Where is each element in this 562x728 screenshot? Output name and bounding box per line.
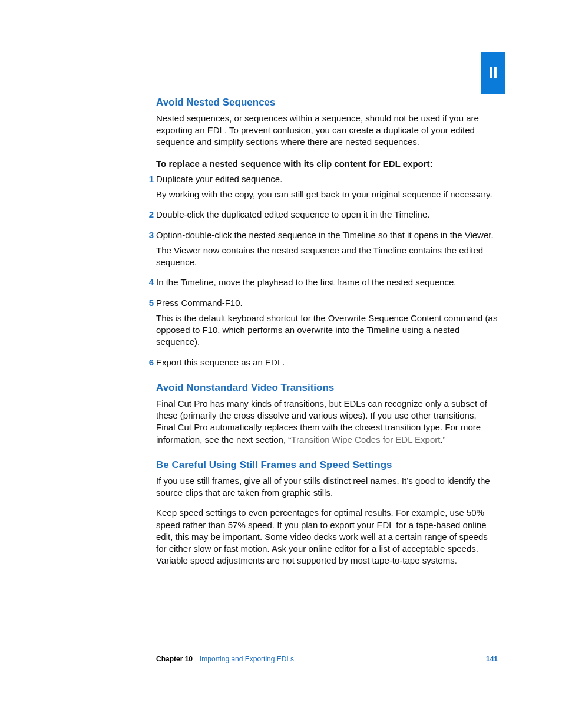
step-sub: By working with the copy, you can still … [156, 189, 498, 200]
step-number: 1 [144, 173, 154, 185]
step-body: In the Timeline, move the playhead to th… [156, 276, 498, 288]
step-2: 2 Double-click the duplicated edited seq… [156, 209, 498, 220]
step-5: 5 Press Command-F10. This is the default… [156, 297, 498, 348]
section1-intro: Nested sequences, or sequences within a … [156, 113, 498, 149]
page-footer: Chapter 10 Importing and Exporting EDLs … [156, 655, 498, 663]
step-3: 3 Option-double-click the nested sequenc… [156, 229, 498, 269]
heading-still-frames-speed: Be Careful Using Still Frames and Speed … [156, 459, 498, 472]
section3-p1: If you use still frames, give all of you… [156, 475, 498, 499]
task-intro: To replace a nested sequence with its cl… [156, 158, 498, 170]
section-avoid-nonstandard: Avoid Nonstandard Video Transitions Fina… [156, 381, 498, 446]
section-still-frames-speed: Be Careful Using Still Frames and Speed … [156, 459, 498, 567]
step-body: Export this sequence as an EDL. [156, 357, 498, 368]
part-tab: II [481, 52, 505, 94]
step-number: 2 [144, 209, 154, 220]
chapter-label: Chapter 10 [156, 655, 193, 663]
step-number: 5 [144, 297, 154, 309]
step-body: Press Command-F10. [156, 297, 498, 309]
step-sub: The Viewer now contains the nested seque… [156, 245, 498, 269]
heading-avoid-nested-sequences: Avoid Nested Sequences [156, 96, 498, 110]
section3-p2: Keep speed settings to even percentages … [156, 507, 498, 566]
step-sub: This is the default keyboard shortcut fo… [156, 312, 498, 348]
step-body: Double-click the duplicated edited seque… [156, 209, 498, 220]
step-1: 1 Duplicate your edited sequence. By wor… [156, 173, 498, 201]
step-number: 6 [144, 357, 154, 368]
step-body: Duplicate your edited sequence. [156, 173, 498, 185]
step-6: 6 Export this sequence as an EDL. [156, 357, 498, 368]
step-4: 4 In the Timeline, move the playhead to … [156, 276, 498, 288]
section2-body-post: .” [440, 434, 445, 444]
page-number: 141 [486, 655, 498, 663]
cross-reference-link[interactable]: Transition Wipe Codes for EDL Export [291, 434, 440, 444]
part-label: II [488, 64, 498, 83]
page-content: Avoid Nested Sequences Nested sequences,… [156, 96, 498, 575]
step-body: Option-double-click the nested sequence … [156, 229, 498, 241]
step-number: 4 [144, 276, 154, 288]
chapter-title: Importing and Exporting EDLs [200, 655, 294, 663]
footer-left: Chapter 10 Importing and Exporting EDLs [156, 655, 294, 663]
heading-avoid-nonstandard-transitions: Avoid Nonstandard Video Transitions [156, 381, 498, 395]
section2-body: Final Cut Pro has many kinds of transiti… [156, 398, 498, 446]
step-number: 3 [144, 229, 154, 241]
footer-rule [507, 629, 507, 666]
